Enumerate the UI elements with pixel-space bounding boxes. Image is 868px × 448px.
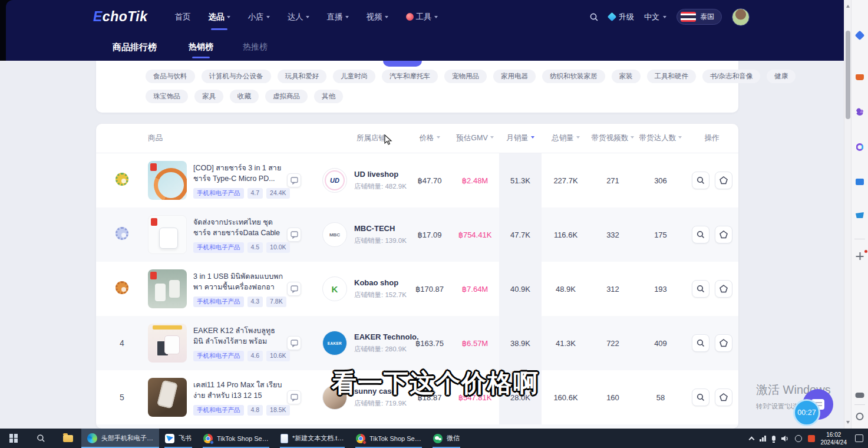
add-icon[interactable] <box>856 252 864 260</box>
tab-hot-sales[interactable]: 热销榜 <box>189 42 213 52</box>
echotik-logo[interactable]: EchoTik <box>93 9 148 25</box>
category-chip[interactable]: 虚拟商品 <box>265 90 308 103</box>
detail-search-button[interactable] <box>692 226 709 243</box>
category-chip[interactable]: 收藏 <box>230 90 259 103</box>
category-chip[interactable]: 宠物用品 <box>444 70 487 83</box>
nav-item-videos[interactable]: 视频 <box>367 12 388 22</box>
product-image[interactable] <box>148 269 187 308</box>
category-chip[interactable]: 书/杂志和音像 <box>702 70 760 83</box>
detail-search-button[interactable] <box>692 280 709 298</box>
detail-search-button[interactable] <box>692 334 709 352</box>
product-title[interactable]: EAKER K12 ลำโพงบลูทูธ มินิ ลำโพงไร้สาย พ… <box>193 325 287 347</box>
shop-name[interactable]: Kobao shop <box>354 278 407 287</box>
category-chip[interactable]: 儿童时尚 <box>333 70 375 83</box>
product-title[interactable]: จัดส่งจากประเทศไทย ชุดชาร์จ สายชาร์จData… <box>193 217 287 238</box>
col-header-video-count[interactable]: 带货视频数 <box>590 133 636 143</box>
hidden-icons-chevron[interactable] <box>749 436 755 442</box>
shop-name[interactable]: UD liveshop <box>354 170 407 179</box>
pentagon-analysis-button[interactable] <box>715 334 732 352</box>
pentagon-analysis-button[interactable] <box>715 388 732 406</box>
table-row[interactable]: 3 in 1 USB มินิพัดลมแบบพกพา ความชื้นเครื… <box>96 262 738 316</box>
scroll-down-arrow[interactable] <box>846 421 850 426</box>
product-image[interactable] <box>148 215 187 254</box>
category-chip[interactable]: 珠宝饰品 <box>146 90 188 103</box>
network-icon[interactable] <box>760 436 766 442</box>
col-header-gmv[interactable]: 预估GMV <box>451 133 499 143</box>
shop-logo[interactable]: EAKER <box>322 331 347 355</box>
search-icon[interactable] <box>589 12 599 22</box>
shop-name[interactable]: MBC-TECH <box>354 224 407 233</box>
briefcase-icon[interactable] <box>856 74 864 80</box>
language-selector[interactable]: 中文 <box>644 12 666 22</box>
category-chip[interactable]: 玩具和爱好 <box>278 70 327 83</box>
category-chip[interactable]: 食品与饮料 <box>146 70 195 83</box>
nav-item-influencers[interactable]: 达人 <box>288 12 309 22</box>
product-image[interactable] <box>148 161 187 200</box>
settings-gear-icon[interactable] <box>856 413 864 420</box>
category-chip[interactable]: 纺织和软装家居 <box>542 70 605 83</box>
translate-button[interactable] <box>287 336 301 350</box>
category-chip[interactable]: 工具和硬件 <box>647 70 697 83</box>
shop-logo[interactable]: K <box>322 276 347 301</box>
volume-icon[interactable] <box>781 435 789 442</box>
product-image[interactable] <box>148 324 187 363</box>
microphone-icon[interactable] <box>772 436 775 441</box>
translate-button[interactable] <box>287 173 301 187</box>
pentagon-analysis-button[interactable] <box>715 226 732 243</box>
taskbar-task-edge[interactable]: 头部手机和电子产... <box>81 429 159 448</box>
translate-button[interactable] <box>287 282 301 296</box>
designer-icon[interactable] <box>856 143 864 151</box>
image-tool-icon[interactable] <box>856 179 864 185</box>
country-selector[interactable]: 泰国 <box>676 9 722 25</box>
people-icon[interactable] <box>856 108 864 116</box>
start-button[interactable] <box>0 429 27 448</box>
taskbar-task-chrome-2[interactable]: TikTok Shop Sell... <box>350 429 427 448</box>
tab-hot-promo[interactable]: 热推榜 <box>243 42 268 52</box>
taskbar-task-chrome-1[interactable]: TikTok Shop Sell... <box>197 429 275 448</box>
table-row[interactable]: [COD] สายชาร์จ 3 in 1 สายชาร์จ Type-C Mi… <box>96 153 738 207</box>
shop-logo[interactable]: MBC <box>322 222 347 247</box>
nav-item-live[interactable]: 直播 <box>327 12 349 22</box>
detail-search-button[interactable] <box>692 172 709 189</box>
category-chip[interactable]: 家用电器 <box>493 70 536 83</box>
shop-logo[interactable]: UD <box>322 168 347 193</box>
product-image[interactable] <box>148 378 187 417</box>
nav-item-tools[interactable]: 工具 <box>406 12 438 22</box>
nav-item-home[interactable]: 首页 <box>175 12 191 22</box>
category-chip[interactable]: 家装 <box>612 70 641 83</box>
cart-icon[interactable] <box>856 212 864 218</box>
col-header-price[interactable]: 价格 <box>408 133 451 143</box>
taskbar-task-wechat[interactable]: 微信 <box>427 429 466 448</box>
category-chip[interactable]: 家具 <box>194 90 223 103</box>
input-method-icon[interactable] <box>795 435 802 442</box>
translate-button[interactable] <box>287 228 301 242</box>
category-chip[interactable]: 计算机与办公设备 <box>202 70 271 83</box>
translate-button[interactable] <box>287 390 301 404</box>
category-chip[interactable]: 健康 <box>767 70 796 83</box>
table-row[interactable]: 4 EAKER K12 ลำโพงบลูทูธ มินิ ลำโพงไร้สาย… <box>96 316 738 370</box>
product-title[interactable]: 3 in 1 USB มินิพัดลมแบบพกพา ความชื้นเครื… <box>193 271 287 292</box>
product-title[interactable]: เคสi11 14 Pro Max ใส เรียบง่าย สำหรับ i1… <box>193 380 287 401</box>
shopping-tag-icon[interactable] <box>855 31 865 41</box>
detail-search-button[interactable] <box>692 388 709 406</box>
upgrade-button[interactable]: 升级 <box>609 12 634 22</box>
col-header-monthly-sales[interactable]: 月销量 <box>499 133 542 143</box>
action-center-icon[interactable] <box>855 434 863 442</box>
game-controller-icon[interactable] <box>856 393 864 398</box>
page-scrollbar[interactable] <box>844 0 851 429</box>
pentagon-analysis-button[interactable] <box>715 280 732 298</box>
category-chip[interactable]: 汽车和摩托车 <box>382 70 438 83</box>
product-title[interactable]: [COD] สายชาร์จ 3 in 1 สายชาร์จ Type-C Mi… <box>193 163 287 184</box>
table-row[interactable]: จัดส่งจากประเทศไทย ชุดชาร์จ สายชาร์จData… <box>96 207 738 262</box>
pentagon-analysis-button[interactable] <box>715 172 732 189</box>
col-header-influencer-count[interactable]: 带货达人数 <box>636 133 685 143</box>
user-avatar[interactable] <box>732 8 750 26</box>
nav-item-shops[interactable]: 小店 <box>248 12 270 22</box>
file-explorer-button[interactable] <box>54 429 81 448</box>
col-header-total-sales[interactable]: 总销量 <box>542 133 590 143</box>
hidden-blue-button[interactable] <box>383 61 422 67</box>
taskbar-task-notepad[interactable]: *新建文本文档.txt -... <box>275 429 350 448</box>
taskbar-clock[interactable]: 16:02 2024/4/24 <box>821 431 847 446</box>
nav-item-products[interactable]: 选品 <box>209 12 230 22</box>
scroll-up-arrow[interactable] <box>846 3 850 8</box>
